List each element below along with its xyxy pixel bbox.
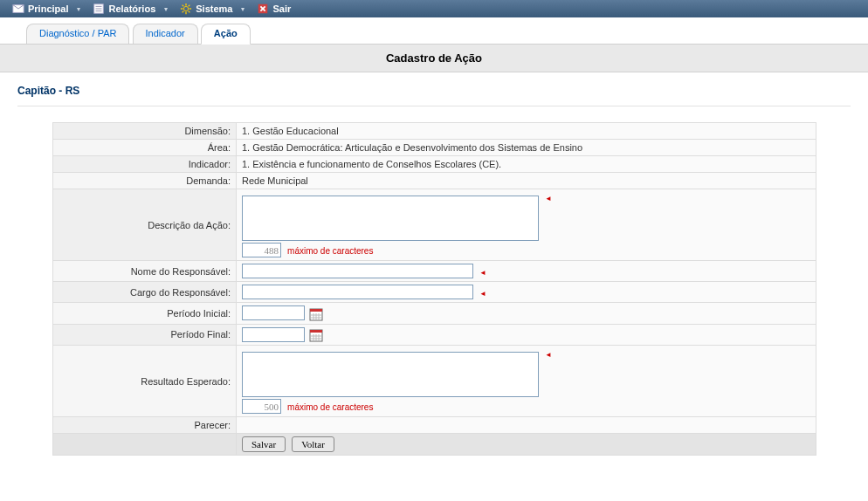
form-table: Dimensão: 1. Gestão Educacional Área: 1.… bbox=[52, 122, 816, 456]
page-title: Cadastro de Ação bbox=[0, 45, 868, 72]
context-text: Capitão - RS bbox=[17, 85, 79, 97]
required-icon: ◄ bbox=[479, 290, 486, 298]
periodo-final-input[interactable] bbox=[242, 327, 305, 342]
tab-acao[interactable]: Ação bbox=[201, 24, 251, 45]
tabs: Diagnóstico / PAR Indicador Ação bbox=[0, 19, 868, 45]
label-periodo-final: Período Final: bbox=[53, 324, 237, 346]
calendar-icon[interactable] bbox=[309, 328, 323, 342]
context-bar: Capitão - RS bbox=[0, 72, 868, 104]
menu-relatorios[interactable]: Relatórios bbox=[86, 0, 162, 17]
dropdown-icon: ▾ bbox=[164, 5, 168, 13]
menu-sair-label: Sair bbox=[272, 3, 291, 14]
required-icon: ◄ bbox=[479, 269, 486, 277]
svg-point-5 bbox=[184, 6, 189, 10]
label-descricao: Descrição da Ação: bbox=[53, 189, 237, 261]
nome-resp-input[interactable] bbox=[242, 264, 473, 278]
salvar-button[interactable]: Salvar bbox=[242, 436, 286, 452]
svg-line-12 bbox=[189, 5, 190, 7]
label-cargo-resp: Cargo do Responsável: bbox=[53, 282, 237, 303]
value-dimensao: 1. Gestão Educacional bbox=[237, 123, 816, 140]
exit-icon bbox=[257, 3, 269, 15]
descricao-counter bbox=[242, 243, 281, 257]
label-dimensao: Dimensão: bbox=[53, 123, 237, 140]
tab-diagnostico[interactable]: Diagnóstico / PAR bbox=[26, 24, 129, 44]
label-periodo-inicial: Período Inicial: bbox=[53, 303, 237, 325]
menu-sistema-label: Sistema bbox=[196, 3, 232, 14]
dropdown-icon: ▾ bbox=[77, 5, 80, 13]
tab-indicador[interactable]: Indicador bbox=[133, 24, 198, 44]
maxchars-hint: máximo de caracteres bbox=[287, 246, 373, 256]
calendar-icon[interactable] bbox=[309, 307, 323, 321]
required-icon: ◄ bbox=[545, 195, 552, 202]
svg-rect-25 bbox=[310, 330, 322, 333]
menu-sistema[interactable]: Sistema bbox=[173, 0, 239, 17]
svg-line-10 bbox=[183, 5, 184, 7]
svg-rect-18 bbox=[310, 309, 322, 312]
descricao-input[interactable] bbox=[242, 196, 539, 241]
menu-relatorios-label: Relatórios bbox=[108, 3, 155, 14]
label-parecer: Parecer: bbox=[53, 417, 237, 434]
maxchars-hint: máximo de caracteres bbox=[287, 402, 373, 412]
periodo-inicial-input[interactable] bbox=[242, 305, 305, 320]
dropdown-icon: ▾ bbox=[241, 5, 245, 13]
value-demanda: Rede Municipal bbox=[237, 173, 816, 189]
divider bbox=[17, 106, 851, 106]
value-parecer bbox=[237, 417, 816, 434]
voltar-button[interactable]: Voltar bbox=[292, 436, 334, 452]
menu-sair[interactable]: Sair bbox=[250, 0, 298, 17]
required-icon: ◄ bbox=[545, 351, 552, 359]
label-indicador: Indicador: bbox=[53, 156, 237, 173]
value-area: 1. Gestão Democrática: Articulação e Des… bbox=[237, 140, 816, 156]
label-area: Área: bbox=[53, 140, 237, 156]
resultado-input[interactable] bbox=[242, 352, 539, 397]
main-menubar: Principal ▾ Relatórios ▾ Sistema ▾ Sair bbox=[0, 0, 868, 17]
svg-line-11 bbox=[189, 11, 190, 13]
cargo-resp-input[interactable] bbox=[242, 285, 473, 299]
label-resultado: Resultado Esperado: bbox=[53, 346, 237, 417]
value-indicador: 1. Existência e funcionamento de Conselh… bbox=[237, 156, 816, 173]
svg-line-13 bbox=[183, 11, 184, 13]
label-demanda: Demanda: bbox=[53, 173, 237, 189]
report-icon bbox=[93, 3, 105, 15]
home-icon bbox=[12, 3, 24, 15]
menu-principal-label: Principal bbox=[28, 3, 68, 14]
resultado-counter bbox=[242, 399, 281, 414]
label-nome-resp: Nome do Responsável: bbox=[53, 261, 237, 282]
gear-icon bbox=[180, 3, 192, 15]
menu-principal[interactable]: Principal bbox=[5, 0, 75, 17]
